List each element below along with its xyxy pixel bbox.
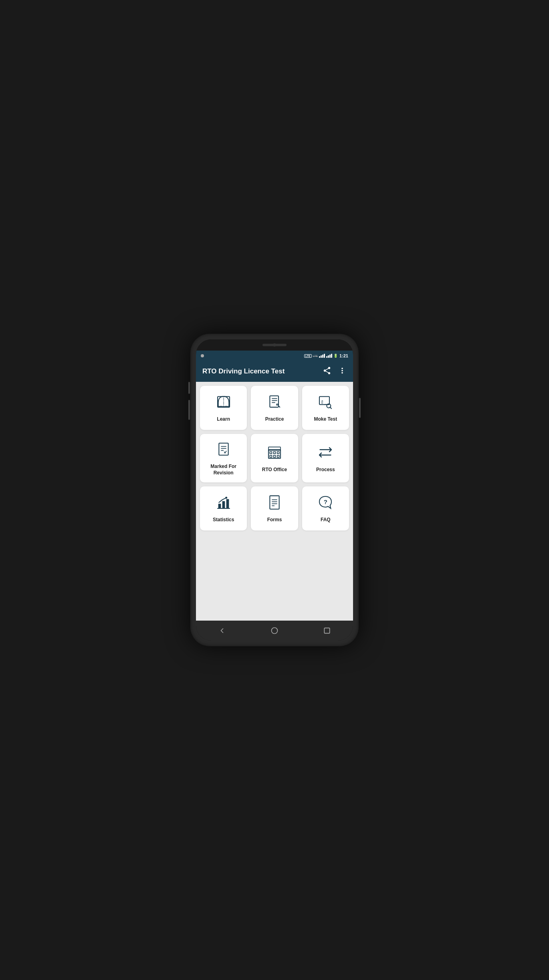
svg-rect-21	[270, 455, 272, 457]
mock-test-label: Moke Test	[314, 416, 337, 423]
forms-item[interactable]: Forms	[251, 486, 298, 530]
practice-icon	[266, 394, 283, 412]
bottom-nav	[196, 621, 353, 641]
back-button[interactable]	[216, 625, 228, 636]
statistics-label: Statistics	[213, 517, 234, 523]
practice-item[interactable]: Practice	[251, 386, 298, 430]
signal-bars-2	[326, 354, 332, 358]
lte-x-badge: LTE	[313, 355, 318, 357]
signal-bars	[319, 354, 325, 358]
svg-rect-27	[226, 499, 229, 508]
status-bar: LTE LTE 🔋 1:21	[196, 351, 353, 361]
svg-point-6	[277, 404, 278, 405]
rto-office-icon	[266, 444, 283, 463]
svg-rect-22	[273, 455, 275, 457]
faq-item[interactable]: ? FAQ	[302, 486, 349, 530]
power-button	[359, 398, 361, 418]
more-vert-icon[interactable]	[338, 366, 347, 377]
notification-dot	[201, 354, 204, 357]
recent-button[interactable]	[321, 625, 333, 636]
camera	[273, 343, 276, 347]
process-item[interactable]: Process	[302, 434, 349, 482]
bar8	[331, 354, 332, 358]
phone-frame: LTE LTE 🔋 1:21	[190, 334, 359, 646]
status-right: LTE LTE 🔋 1:21	[304, 353, 348, 358]
home-button[interactable]	[269, 625, 280, 636]
marked-revision-icon	[216, 441, 232, 460]
time-display: 1:21	[339, 353, 348, 358]
bar5	[326, 356, 327, 358]
lte-badge: LTE	[304, 354, 312, 358]
app-bar: RTO Driving Licence Test	[196, 361, 353, 382]
svg-rect-18	[270, 452, 272, 454]
statistics-item[interactable]: Statistics	[200, 486, 247, 530]
marked-revision-item[interactable]: Marked For Revision	[200, 434, 247, 482]
status-left	[201, 354, 204, 357]
faq-icon: ?	[317, 494, 333, 513]
mock-test-icon: a b	[317, 394, 333, 412]
svg-rect-36	[324, 628, 329, 633]
bar3	[322, 355, 323, 358]
bar2	[321, 355, 322, 358]
forms-icon	[266, 494, 283, 513]
svg-point-35	[271, 628, 277, 634]
signal-info: LTE LTE 🔋	[304, 354, 338, 358]
svg-text:?: ?	[324, 499, 327, 506]
svg-rect-26	[222, 501, 225, 508]
phone-top-bar	[196, 339, 353, 351]
svg-rect-7	[319, 397, 329, 405]
learn-item[interactable]: Learn	[200, 386, 247, 430]
learn-label: Learn	[217, 416, 230, 423]
svg-rect-25	[218, 504, 221, 509]
menu-grid: Learn Practice	[200, 386, 349, 530]
practice-label: Practice	[265, 416, 284, 423]
svg-rect-23	[277, 455, 279, 457]
phone-screen: LTE LTE 🔋 1:21	[196, 339, 353, 641]
main-content: Learn Practice	[196, 382, 353, 621]
bar6	[328, 355, 329, 358]
share-icon[interactable]	[323, 366, 331, 377]
bar7	[329, 355, 331, 358]
process-label: Process	[316, 467, 335, 473]
svg-rect-19	[273, 452, 275, 454]
process-icon	[317, 444, 333, 463]
marked-revision-label: Marked For Revision	[203, 464, 244, 476]
mock-test-item[interactable]: a b Moke Test	[302, 386, 349, 430]
svg-rect-29	[270, 496, 279, 509]
rto-office-item[interactable]: RTO Office	[251, 434, 298, 482]
faq-label: FAQ	[321, 517, 331, 523]
learn-icon	[216, 394, 232, 412]
statistics-icon	[216, 494, 232, 513]
svg-rect-12	[219, 443, 228, 455]
forms-label: Forms	[267, 517, 282, 523]
app-bar-actions	[323, 366, 347, 377]
svg-text:b: b	[321, 401, 323, 405]
svg-rect-20	[277, 452, 279, 454]
svg-point-28	[225, 497, 227, 499]
app-title: RTO Driving Licence Test	[202, 367, 323, 375]
bar1	[319, 356, 320, 358]
bar4	[324, 354, 325, 358]
battery-icon: 🔋	[333, 354, 338, 358]
rto-office-label: RTO Office	[262, 467, 287, 473]
